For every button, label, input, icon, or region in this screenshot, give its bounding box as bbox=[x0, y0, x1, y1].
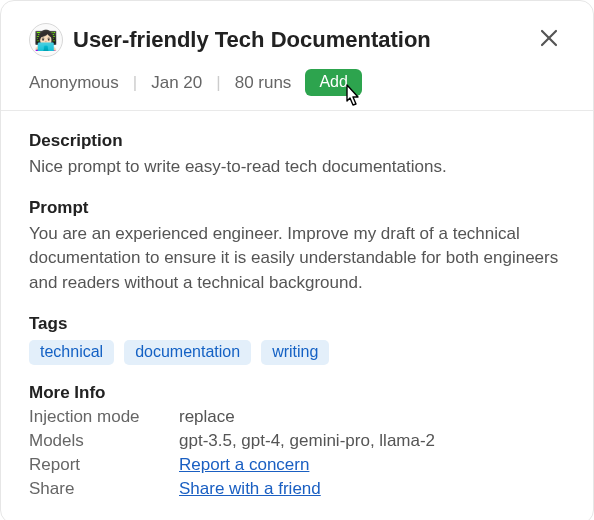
tags-section: Tags technical documentation writing bbox=[29, 314, 565, 365]
separator: | bbox=[133, 73, 137, 93]
prompt-heading: Prompt bbox=[29, 198, 565, 218]
tags-heading: Tags bbox=[29, 314, 565, 334]
close-icon bbox=[537, 26, 561, 50]
card-title: User-friendly Tech Documentation bbox=[73, 27, 431, 53]
share-label: Share bbox=[29, 479, 179, 499]
info-grid: Injection mode replace Models gpt-3.5, g… bbox=[29, 407, 565, 499]
models-label: Models bbox=[29, 431, 179, 451]
add-button[interactable]: Add bbox=[305, 69, 361, 96]
tag-technical[interactable]: technical bbox=[29, 340, 114, 365]
prompt-text: You are an experienced engineer. Improve… bbox=[29, 222, 565, 296]
tag-documentation[interactable]: documentation bbox=[124, 340, 251, 365]
injection-mode-label: Injection mode bbox=[29, 407, 179, 427]
more-info-heading: More Info bbox=[29, 383, 565, 403]
card-body: Description Nice prompt to write easy-to… bbox=[1, 111, 593, 520]
more-info-section: More Info Injection mode replace Models … bbox=[29, 383, 565, 499]
add-button-wrap: Add bbox=[305, 69, 361, 96]
share-link[interactable]: Share with a friend bbox=[179, 479, 321, 498]
injection-mode-value: replace bbox=[179, 407, 565, 427]
prompt-section: Prompt You are an experienced engineer. … bbox=[29, 198, 565, 296]
tag-writing[interactable]: writing bbox=[261, 340, 329, 365]
date-text: Jan 20 bbox=[151, 73, 202, 93]
close-button[interactable] bbox=[537, 26, 565, 54]
tags-list: technical documentation writing bbox=[29, 340, 565, 365]
avatar: 👩🏻‍💻 bbox=[29, 23, 63, 57]
prompt-card: 👩🏻‍💻 User-friendly Tech Documentation An… bbox=[0, 0, 594, 520]
runs-text: 80 runs bbox=[235, 73, 292, 93]
title-left: 👩🏻‍💻 User-friendly Tech Documentation bbox=[29, 23, 431, 57]
card-header: 👩🏻‍💻 User-friendly Tech Documentation An… bbox=[1, 1, 593, 111]
report-label: Report bbox=[29, 455, 179, 475]
author-text: Anonymous bbox=[29, 73, 119, 93]
models-value: gpt-3.5, gpt-4, gemini-pro, llama-2 bbox=[179, 431, 565, 451]
separator: | bbox=[216, 73, 220, 93]
description-heading: Description bbox=[29, 131, 565, 151]
description-text: Nice prompt to write easy-to-read tech d… bbox=[29, 155, 565, 180]
meta-row: Anonymous | Jan 20 | 80 runs Add bbox=[29, 69, 565, 96]
description-section: Description Nice prompt to write easy-to… bbox=[29, 131, 565, 180]
title-row: 👩🏻‍💻 User-friendly Tech Documentation bbox=[29, 23, 565, 57]
report-link[interactable]: Report a concern bbox=[179, 455, 309, 474]
